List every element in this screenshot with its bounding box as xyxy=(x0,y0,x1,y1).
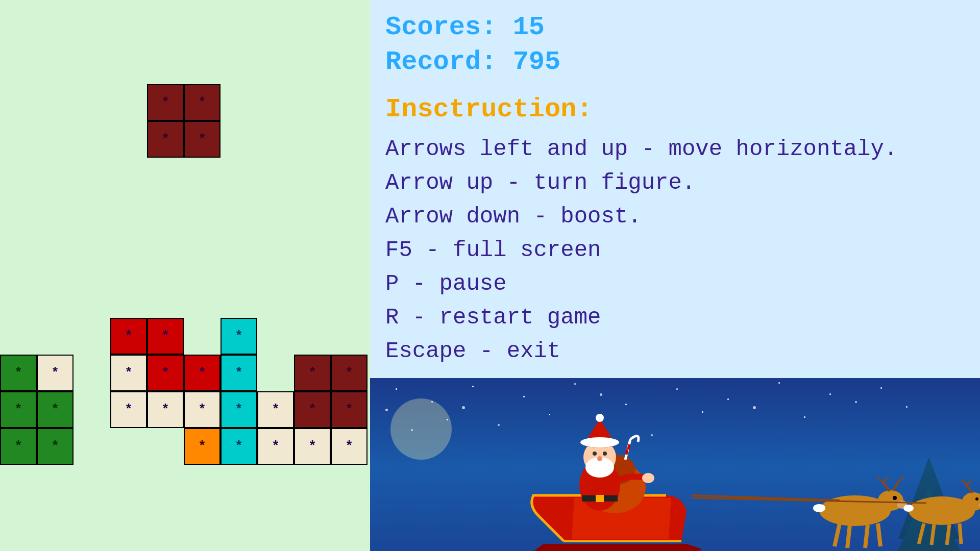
tetris-cell: * xyxy=(147,355,184,391)
svg-rect-40 xyxy=(596,495,604,502)
tetris-cell: * xyxy=(147,121,184,158)
instruction-line-5: P - pause xyxy=(385,267,965,300)
svg-line-11 xyxy=(893,482,898,490)
tetris-cell: * xyxy=(147,391,184,428)
svg-point-3 xyxy=(390,398,452,460)
svg-point-7 xyxy=(893,496,897,500)
tetris-cell: * xyxy=(147,84,184,121)
info-panel: Scores: 15 Record: 795 Insctruction: Arr… xyxy=(370,0,980,551)
svg-point-44 xyxy=(596,414,604,422)
tetris-cell: * xyxy=(37,428,74,465)
svg-line-28 xyxy=(960,523,961,544)
instruction-line-6: R - restart game xyxy=(385,300,965,334)
christmas-scene xyxy=(370,378,980,551)
svg-line-8 xyxy=(883,483,890,491)
tetris-cell: * xyxy=(184,428,220,465)
svg-point-29 xyxy=(903,505,914,512)
tetris-cell: * xyxy=(331,355,368,391)
svg-line-26 xyxy=(932,524,934,545)
tetris-cell: * xyxy=(184,391,220,428)
santa-container xyxy=(370,398,980,551)
tetris-cell: * xyxy=(37,391,74,428)
tetris-cell: * xyxy=(184,84,220,121)
svg-line-36 xyxy=(626,449,627,455)
svg-line-9 xyxy=(878,478,883,483)
tetris-cell: * xyxy=(110,391,147,428)
tetris-cell: * xyxy=(147,318,184,355)
tetris-cell: * xyxy=(220,355,257,391)
svg-point-49 xyxy=(597,456,602,461)
svg-line-24 xyxy=(966,481,971,485)
svg-point-48 xyxy=(603,452,607,456)
svg-line-13 xyxy=(835,523,840,546)
svg-line-15 xyxy=(865,525,868,548)
tetris-cell: * xyxy=(110,355,147,391)
scores-line: Scores: 15 xyxy=(385,10,965,45)
svg-line-37 xyxy=(628,444,629,449)
svg-line-16 xyxy=(878,523,880,546)
score-section: Scores: 15 Record: 795 Insctruction: Arr… xyxy=(370,0,980,378)
tetris-cell: * xyxy=(220,391,257,428)
tetris-cell: * xyxy=(220,318,257,355)
instruction-line-7: Escape - exit xyxy=(385,334,965,368)
svg-line-12 xyxy=(898,477,903,482)
tetris-cell: * xyxy=(331,428,368,465)
tetris-cell: * xyxy=(0,428,37,465)
tetris-cell: * xyxy=(294,428,331,465)
score-display: Scores: 15 Record: 795 xyxy=(385,10,965,79)
instruction-line-3: Arrow down - boost. xyxy=(385,199,965,233)
tetris-cell: * xyxy=(0,391,37,428)
instruction-line-4: F5 - full screen xyxy=(385,233,965,267)
tetris-cell: * xyxy=(0,355,37,391)
game-board: * * * * * * * * * * * * * * * * * * * * … xyxy=(0,0,370,551)
tetris-cell: * xyxy=(184,355,220,391)
tetris-cell: * xyxy=(294,355,331,391)
instruction-line-2: Arrow up - turn figure. xyxy=(385,166,965,199)
svg-point-17 xyxy=(813,504,825,512)
svg-point-21 xyxy=(975,497,978,500)
instruction-body: Arrows left and up - move horizontaly. A… xyxy=(385,132,965,368)
instruction-line-1: Arrows left and up - move horizontaly. xyxy=(385,132,965,166)
tetris-cell: * xyxy=(184,121,220,158)
svg-point-45 xyxy=(580,437,619,447)
svg-point-50 xyxy=(642,473,654,483)
instruction-heading: Insctruction: xyxy=(385,94,965,124)
svg-line-25 xyxy=(919,523,924,544)
tetris-cell: * xyxy=(294,391,331,428)
svg-point-47 xyxy=(593,452,597,456)
svg-line-23 xyxy=(961,480,966,485)
svg-line-14 xyxy=(847,525,850,548)
tetris-cell: * xyxy=(37,355,74,391)
svg-line-10 xyxy=(883,478,888,483)
tetris-cell: * xyxy=(110,318,147,355)
svg-line-22 xyxy=(966,485,972,493)
svg-line-27 xyxy=(947,524,949,545)
tetris-cell: * xyxy=(257,391,294,428)
tetris-cell: * xyxy=(220,428,257,465)
tetris-cell: * xyxy=(331,391,368,428)
record-line: Record: 795 xyxy=(385,45,965,80)
tetris-cell: * xyxy=(257,428,294,465)
